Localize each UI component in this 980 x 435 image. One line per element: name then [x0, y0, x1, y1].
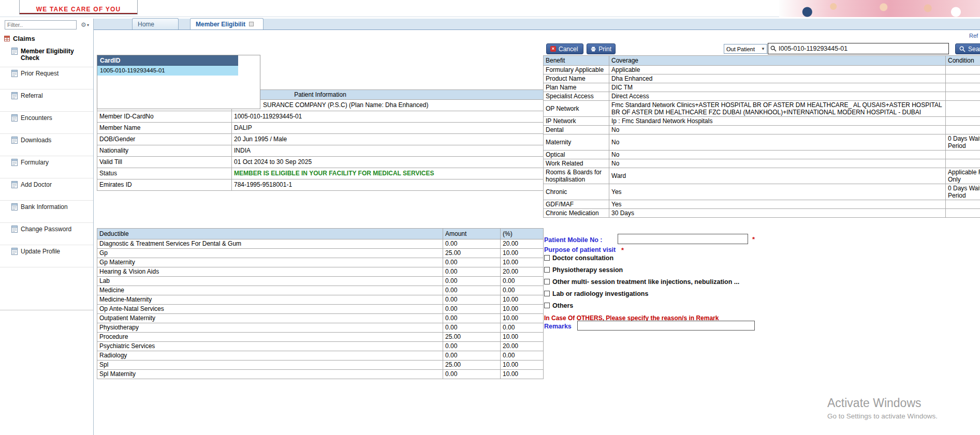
- deductible-percent: 0.00: [501, 277, 544, 286]
- benefit-condition: [946, 200, 980, 209]
- benefit-row: GDF/MAFYes: [544, 200, 980, 209]
- deductible-name: Radiology: [97, 351, 443, 361]
- deductible-name: Gp: [97, 249, 443, 258]
- benefit-row: ChronicYes0 Days Waiting Period: [544, 184, 980, 200]
- deductible-row: Op Ante-Natal Services0.0010.00: [97, 305, 544, 314]
- checkbox[interactable]: [544, 255, 550, 261]
- deductible-percent: 20.00: [501, 342, 544, 351]
- form-icon: [11, 70, 18, 79]
- benefit-coverage: Applicable: [609, 66, 946, 74]
- sidebar: ⚙▾ Claims Member Eligibility CheckPrior …: [0, 19, 94, 435]
- form-icon: [11, 181, 18, 190]
- benefit-coverage: No: [609, 134, 946, 151]
- checkbox[interactable]: [544, 279, 550, 284]
- tab-home[interactable]: Home: [132, 18, 179, 29]
- sidebar-item-encounters[interactable]: Encounters: [0, 112, 93, 134]
- benefit-coverage: Dha Enhanced: [609, 74, 946, 83]
- checkbox[interactable]: [544, 267, 550, 273]
- top-banner: WE TAKE CARE OF YOU: [0, 0, 980, 17]
- sidebar-item-downloads[interactable]: Downloads: [0, 134, 93, 156]
- visit-option-doctor-consultation[interactable]: Doctor consultation: [544, 253, 834, 262]
- benefit-condition: [946, 126, 980, 134]
- deductible-row: Procedure25.0010.00: [97, 333, 544, 342]
- deductible-amount: 0.00: [443, 323, 501, 333]
- sidebar-item-label: Bank Information: [21, 203, 68, 211]
- visit-option-label: Other multi- session treatment like inje…: [552, 278, 739, 286]
- benefit-coverage: 30 Days: [609, 209, 946, 218]
- deductible-percent: 0.00: [501, 351, 544, 361]
- brand-box: WE TAKE CARE OF YOU: [19, 0, 138, 14]
- form-icon: [11, 92, 18, 101]
- benefit-condition: Applicable For IP Only: [946, 168, 980, 184]
- deductible-amount: 0.00: [443, 342, 501, 351]
- deductible-percent: 10.00: [501, 370, 544, 379]
- patient-type-select[interactable]: Out Patient ▼: [724, 44, 767, 54]
- checkbox[interactable]: [544, 291, 550, 296]
- amount-col-header: Amount: [443, 229, 501, 239]
- deductible-percent: 10.00: [501, 305, 544, 314]
- deductible-row: Outpatient Maternity0.0010.00: [97, 314, 544, 323]
- benefit-coverage: Fmc Standard Network Clinics+ASTER HOSPI…: [609, 101, 946, 117]
- benefit-header-row: Benefit Coverage Condition: [544, 56, 980, 66]
- benefit-name: Dental: [544, 126, 609, 134]
- deductible-percent: 10.00: [501, 333, 544, 342]
- visit-option-other-multi-session-treatment-like-injections-nebulization[interactable]: Other multi- session treatment like inje…: [544, 277, 834, 286]
- deductible-row: Gp25.0010.00: [97, 249, 544, 258]
- tab-close-icon[interactable]: [249, 22, 254, 26]
- visit-purpose-options: Doctor consultationPhysiotherapy session…: [544, 253, 834, 313]
- search-input[interactable]: [779, 45, 946, 52]
- payer-value: SURANCE COMPANY (P.S.C) (Plan Name: Dha …: [232, 100, 544, 111]
- checkbox[interactable]: [544, 303, 550, 308]
- deductible-percent: 20.00: [501, 267, 544, 277]
- remarks-input[interactable]: [577, 321, 755, 331]
- deductible-row: Medicine0.000.00: [97, 286, 544, 295]
- condition-col-header: Condition: [946, 56, 980, 66]
- visit-option-others[interactable]: Others: [544, 301, 834, 310]
- benefit-col-header: Benefit: [544, 56, 609, 66]
- sidebar-item-label: Downloads: [21, 137, 51, 144]
- benefit-name: Formulary Applicable: [544, 66, 609, 74]
- cardid-popup-header: CardID: [97, 55, 238, 66]
- sidebar-item-label: Referral: [21, 92, 43, 99]
- patient-info-row: Member NameDALIP: [97, 123, 544, 134]
- tab-member-eligibility[interactable]: Member Eligibilit: [190, 18, 264, 29]
- settings-gear-button[interactable]: ⚙▾: [78, 20, 92, 29]
- sidebar-item-bank-information[interactable]: Bank Information: [0, 201, 93, 223]
- mobile-input[interactable]: [618, 234, 748, 244]
- deductible-percent: 10.00: [501, 258, 544, 267]
- search-button[interactable]: Sear: [955, 43, 980, 54]
- visit-option-lab-or-radiology-investigations[interactable]: Lab or radiology investigations: [544, 289, 834, 298]
- benefit-name: Rooms & Boards for hospitalisation: [544, 168, 609, 184]
- benefit-coverage: Ip : Fmc Standard Network Hospitals: [609, 117, 946, 126]
- visit-option-physiotherapy-session[interactable]: Physiotherapy session: [544, 265, 834, 274]
- deductible-name: Psychiatric Services: [97, 342, 443, 351]
- tab-home-label: Home: [138, 21, 154, 28]
- cardid-popup-selected-item[interactable]: 1005-010-119293445-01: [97, 66, 238, 76]
- benefit-row: IP NetworkIp : Fmc Standard Network Hosp…: [544, 117, 980, 126]
- tab-member-eligibility-label: Member Eligibilit: [196, 21, 245, 28]
- deductible-name: Outpatient Maternity: [97, 314, 443, 323]
- sidebar-item-prior-request[interactable]: Prior Request: [0, 67, 93, 89]
- benefit-condition: 0 Days Waiting Period: [946, 134, 980, 151]
- sidebar-item-update-profile[interactable]: Update Profile: [0, 245, 93, 267]
- benefit-row: Formulary ApplicableApplicable: [544, 66, 980, 74]
- sidebar-item-add-doctor[interactable]: Add Doctor: [0, 178, 93, 201]
- patient-info-label: Member ID-CardNo: [97, 111, 232, 123]
- deductible-header-row: Deductible Amount (%): [97, 229, 544, 239]
- cancel-button[interactable]: × Cancel: [546, 43, 583, 54]
- sidebar-item-formulary[interactable]: Formulary: [0, 156, 93, 178]
- filter-input[interactable]: [5, 20, 77, 29]
- sidebar-item-change-password[interactable]: Change Password: [0, 223, 93, 245]
- benefit-row: Rooms & Boards for hospitalisationWardAp…: [544, 168, 980, 184]
- deductible-row: Physiotherapy0.000.00: [97, 323, 544, 333]
- sidebar-item-label: Change Password: [21, 226, 71, 233]
- benefit-condition: [946, 117, 980, 126]
- benefit-name: OP Network: [544, 101, 609, 117]
- sidebar-item-referral[interactable]: Referral: [0, 89, 93, 112]
- refresh-link[interactable]: Ref: [969, 33, 978, 39]
- print-button[interactable]: Print: [587, 43, 616, 54]
- sidebar-item-member-eligibility-check[interactable]: Member Eligibility Check: [0, 45, 93, 67]
- search-icon: [770, 46, 777, 52]
- visit-option-label: Doctor consultation: [552, 254, 613, 262]
- cancel-x-icon: ×: [550, 46, 556, 52]
